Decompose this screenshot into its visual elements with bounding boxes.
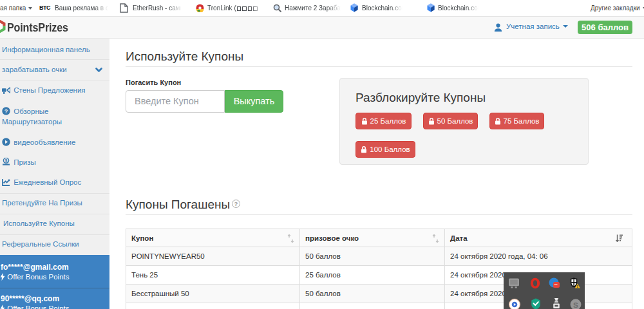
svg-text:$: $: [5, 158, 8, 164]
svg-text:S: S: [573, 301, 578, 309]
svg-text:?: ?: [5, 108, 8, 115]
